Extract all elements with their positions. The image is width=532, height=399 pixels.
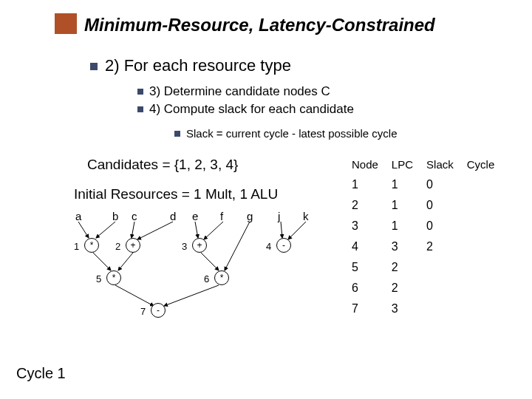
node-idx-4: 4 bbox=[266, 241, 271, 252]
node-6: * bbox=[214, 270, 229, 285]
svg-line-2 bbox=[132, 222, 134, 238]
bullet2b-text: 4) Compute slack for each candidate bbox=[149, 102, 354, 116]
bullet-level3: Slack = current cycle - latest possible … bbox=[174, 127, 398, 140]
candidates-text: Candidates = {1, 2, 3, 4} bbox=[87, 157, 238, 173]
bullet3-text: Slack = current cycle - latest possible … bbox=[186, 127, 398, 140]
th-cycle: Cycle bbox=[463, 155, 502, 174]
svg-line-1 bbox=[96, 222, 115, 238]
bullet-level2-a: 3) Determine candidate nodes C bbox=[137, 84, 330, 99]
node-idx-6: 6 bbox=[204, 273, 209, 284]
node-idx-5: 5 bbox=[96, 273, 101, 284]
graph-label-b: b bbox=[112, 210, 118, 222]
th-lpc: LPC bbox=[387, 155, 420, 174]
node-idx-2: 2 bbox=[115, 241, 120, 252]
bullet-icon bbox=[137, 106, 143, 112]
graph-edges bbox=[66, 210, 325, 358]
node-4: - bbox=[276, 238, 291, 253]
table-header-row: Node LPC Slack Cycle bbox=[347, 155, 502, 174]
node-idx-7: 7 bbox=[140, 306, 146, 317]
svg-line-10 bbox=[118, 253, 133, 270]
svg-line-11 bbox=[201, 253, 219, 270]
table-row: 52 bbox=[347, 258, 502, 277]
bullet-level1: 2) For each resource type bbox=[90, 56, 291, 75]
svg-line-9 bbox=[93, 253, 111, 270]
graph-label-d: d bbox=[170, 210, 176, 222]
node-3: + bbox=[192, 238, 207, 253]
slack-table: Node LPC Slack Cycle 110 210 310 432 52 … bbox=[346, 154, 503, 320]
cycle-label: Cycle 1 bbox=[16, 365, 66, 382]
svg-line-8 bbox=[288, 222, 306, 239]
graph-label-f: f bbox=[220, 210, 223, 222]
graph-label-j: j bbox=[278, 210, 280, 222]
graph-label-a: a bbox=[75, 210, 81, 222]
table-row: 310 bbox=[347, 216, 502, 236]
th-slack: Slack bbox=[422, 155, 461, 174]
node-2: + bbox=[126, 238, 140, 253]
table-row: 210 bbox=[347, 196, 502, 215]
accent-bar bbox=[55, 13, 77, 34]
dfg-graph: a b c d e f g j k 1 * 2 + 3 + 4 - 5 * 6 … bbox=[66, 210, 325, 358]
bullet-icon bbox=[137, 89, 143, 95]
svg-line-6 bbox=[225, 222, 250, 270]
bullet-level2-b: 4) Compute slack for each candidate bbox=[137, 102, 354, 117]
th-node: Node bbox=[347, 155, 386, 174]
bullet2a-text: 3) Determine candidate nodes C bbox=[149, 84, 330, 98]
table-row: 73 bbox=[347, 299, 502, 318]
svg-line-12 bbox=[115, 285, 154, 306]
graph-label-k: k bbox=[303, 210, 309, 222]
table-row: 62 bbox=[347, 279, 502, 298]
svg-line-5 bbox=[204, 222, 223, 239]
node-7: - bbox=[151, 303, 166, 318]
svg-line-4 bbox=[195, 222, 198, 238]
bullet1-text: 2) For each resource type bbox=[105, 56, 291, 75]
initial-resources-text: Initial Resources = 1 Mult, 1 ALU bbox=[74, 186, 278, 202]
svg-line-7 bbox=[281, 222, 282, 238]
node-5: * bbox=[106, 270, 121, 285]
graph-label-g: g bbox=[247, 210, 253, 222]
graph-label-e: e bbox=[192, 210, 198, 222]
svg-line-0 bbox=[78, 222, 89, 238]
svg-line-3 bbox=[137, 222, 173, 239]
table-row: 110 bbox=[347, 175, 502, 194]
node-idx-3: 3 bbox=[182, 241, 187, 252]
table-row: 432 bbox=[347, 237, 502, 256]
node-idx-1: 1 bbox=[74, 241, 79, 252]
bullet-icon bbox=[90, 63, 98, 70]
bullet-icon bbox=[174, 131, 180, 137]
svg-line-13 bbox=[164, 285, 219, 306]
slide-title: Minimum-Resource, Latency-Constrained bbox=[84, 15, 435, 35]
graph-label-c: c bbox=[132, 210, 137, 222]
node-1: * bbox=[84, 238, 99, 253]
